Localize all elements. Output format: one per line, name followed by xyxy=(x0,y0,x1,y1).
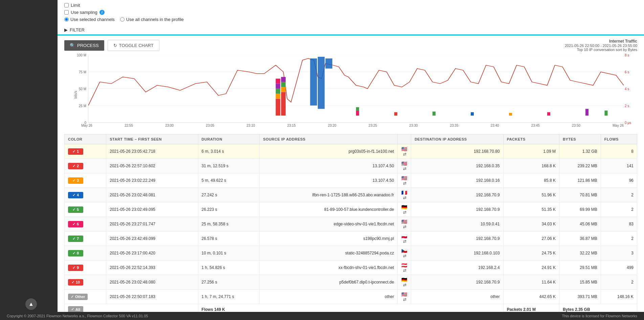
dst-ip-cell-8: 192.168.2.4 xyxy=(411,261,504,275)
bytes-cell-5: 45.06 MB xyxy=(559,217,601,231)
bidir-icon-5: ⇄ xyxy=(403,224,406,229)
y-label-50m: 50 M xyxy=(79,87,86,91)
bytes-cell-6: 36.87 MB xyxy=(559,231,601,246)
dst-ip-cell-7: 192.168.0.103 xyxy=(411,246,504,261)
chart-svg xyxy=(88,55,624,122)
color-badge-3[interactable]: ✓ 4 xyxy=(68,192,83,198)
scroll-top-button[interactable]: ▲ xyxy=(25,298,37,310)
duration-cell-10: 1 h, 7 m, 24.771 s xyxy=(198,290,260,304)
svg-rect-19 xyxy=(432,112,436,116)
chart-subtitle: Top 10 IP conversation sort by Bytes xyxy=(565,48,637,52)
flags-cell-0: 🇺🇸 ⇄ xyxy=(398,144,411,159)
color-number-1: 2 xyxy=(77,164,79,168)
limit-checkbox[interactable] xyxy=(64,3,69,7)
svg-rect-15 xyxy=(281,77,286,82)
toggle-chart-button[interactable]: ↻ TOGGLE CHART xyxy=(108,40,159,51)
check-icon-8: ✓ xyxy=(72,266,75,270)
color-badge-7[interactable]: ✓ 8 xyxy=(68,250,83,256)
dst-ip-cell-9: 192.168.70.9 xyxy=(411,275,504,290)
table-section: COLOR START TIME – FIRST SEEN DURATION S… xyxy=(58,127,644,320)
all-check-icon: ✓ xyxy=(71,307,74,312)
x-label-2330: 23:30 xyxy=(409,124,418,127)
process-button[interactable]: 🔍 PROCESS xyxy=(64,40,104,51)
col-dst-ip: DESTINATION IP ADDRESS xyxy=(411,134,504,144)
x-axis: May 26 22:55 23:00 23:05 23:10 23:15 23:… xyxy=(81,123,624,127)
color-badge-5[interactable]: ✓ 6 xyxy=(68,221,83,227)
check-icon-0: ✓ xyxy=(72,149,75,154)
bidir-icon-8: ⇄ xyxy=(403,268,406,273)
dst-ip-cell-4: 192.168.70.9 xyxy=(411,202,504,217)
color-badge-9[interactable]: ✓ 10 xyxy=(68,279,83,286)
r-y-label-8s: 8 s xyxy=(625,53,629,57)
src-ip-cell-8: xx-fbcdn-shv-01-vie1.fbcdn.net xyxy=(260,261,398,275)
start-time-cell-3: 2021-05-26 23:02:48.081 xyxy=(106,188,198,202)
dst-ip-cell-2: 192.168.0.16 xyxy=(411,173,504,188)
start-time-cell-1: 2021-05-26 22:57:10.602 xyxy=(106,159,198,173)
filter-toggle[interactable]: ▶ FILTER xyxy=(64,27,637,32)
packets-cell-8: 24.91 K xyxy=(503,261,559,275)
flags-cell-6: 🇵🇱 ⇄ xyxy=(398,231,411,246)
color-badge-10[interactable]: ✓ Other xyxy=(68,294,88,300)
bytes-cell-1: 239.22 MB xyxy=(559,159,601,173)
color-badge-6[interactable]: ✓ 7 xyxy=(68,236,83,242)
color-number-6: 7 xyxy=(77,237,79,241)
r-y-label-2s: 2 s xyxy=(625,104,629,108)
color-number-3: 4 xyxy=(77,193,79,197)
flows-cell-10: 148.16 K xyxy=(601,290,637,304)
footer: Copyright © 2007-2021 Flowmon Networks a… xyxy=(0,312,644,320)
use-selected-channels-radio[interactable] xyxy=(64,17,69,22)
packets-cell-4: 51.35 K xyxy=(503,202,559,217)
color-number-5: 6 xyxy=(77,222,79,226)
svg-rect-24 xyxy=(605,110,608,116)
flag-icon-1: 🇺🇸 xyxy=(401,161,407,166)
sampling-info-icon[interactable]: i xyxy=(99,10,105,15)
packets-cell-1: 168.8 K xyxy=(503,159,559,173)
y-axis-title: bits/s xyxy=(74,91,77,99)
x-label-2335: 23:35 xyxy=(450,124,458,127)
bytes-cell-0: 1.32 GB xyxy=(559,144,601,159)
use-sampling-checkbox[interactable] xyxy=(64,10,69,15)
start-time-cell-8: 2021-05-26 22:52:14.393 xyxy=(106,261,198,275)
color-cell-2: ✓ 3 xyxy=(65,173,106,188)
use-all-channels-label: Use all channels in the profile xyxy=(126,17,184,22)
flag-icon-3: 🇫🇷 xyxy=(401,190,407,195)
src-ip-cell-9: p5def0b67.dip0.t-ipconnect.de xyxy=(260,275,398,290)
flows-total-label: Flows 149 K xyxy=(202,307,225,312)
color-number-4: 5 xyxy=(77,207,79,212)
x-label-2300: 23:00 xyxy=(165,124,174,127)
src-ip-cell-6: s198pc90.mmj.pl xyxy=(260,231,398,246)
svg-rect-10 xyxy=(276,84,281,89)
packets-cell-10: 442.65 K xyxy=(503,290,559,304)
flag-icon-8: 🇦🇹 xyxy=(401,263,407,268)
col-flags xyxy=(398,134,411,144)
flags-cell-10: 🇺🇸 ⇄ xyxy=(398,290,411,304)
use-all-channels-radio[interactable] xyxy=(120,17,125,22)
flows-cell-9: 2 xyxy=(601,275,637,290)
dst-ip-cell-0: 192.168.70.80 xyxy=(411,144,504,159)
svg-rect-8 xyxy=(276,94,281,99)
use-selected-channels-option[interactable]: Use selected channels xyxy=(64,17,115,22)
src-ip-cell-1: 13.107.4.50 xyxy=(260,159,398,173)
color-badge-2[interactable]: ✓ 3 xyxy=(68,177,83,184)
bidir-icon-7: ⇄ xyxy=(403,253,406,258)
x-label-2255: 22:55 xyxy=(125,124,133,127)
color-badge-4[interactable]: ✓ 5 xyxy=(68,206,83,213)
src-ip-cell-7: static-3248857294.poda.cz xyxy=(260,246,398,261)
flags-cell-7: 🇨🇿 ⇄ xyxy=(398,246,411,261)
src-ip-cell-10: other xyxy=(260,290,398,304)
svg-rect-4 xyxy=(310,58,317,105)
color-badge-0[interactable]: ✓ 1 xyxy=(68,148,83,155)
color-number-8: 9 xyxy=(77,266,79,270)
use-all-channels-option[interactable]: Use all channels in the profile xyxy=(120,17,184,22)
y-label-75m: 75 M xyxy=(79,70,86,74)
x-label-2315: 23:15 xyxy=(287,124,296,127)
x-label-2305: 23:05 xyxy=(206,124,214,127)
color-badge-1[interactable]: ✓ 2 xyxy=(68,163,83,169)
packets-cell-2: 85.8 K xyxy=(503,173,559,188)
use-selected-channels-label: Use selected channels xyxy=(70,17,115,22)
color-badge-8[interactable]: ✓ 9 xyxy=(68,265,83,271)
bidir-icon-6: ⇄ xyxy=(403,239,406,244)
bytes-cell-7: 32.22 MB xyxy=(559,246,601,261)
color-cell-4: ✓ 5 xyxy=(65,202,106,217)
color-cell-8: ✓ 9 xyxy=(65,261,106,275)
